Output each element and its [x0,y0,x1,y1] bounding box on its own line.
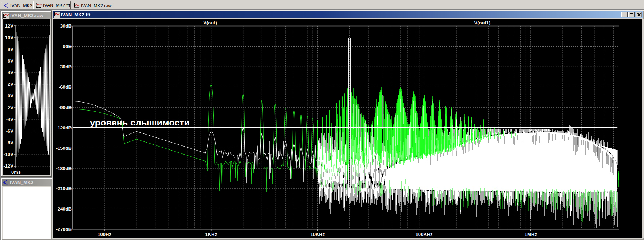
svg-text:-150dB: -150dB [56,145,72,151]
svg-text:V(out1): V(out1) [474,20,491,25]
svg-text:0dB: 0dB [63,44,72,49]
svg-text:6V: 6V [8,58,13,64]
svg-text:-30dB: -30dB [59,64,72,69]
svg-text:-2V: -2V [6,105,14,111]
svg-text:-60dB: -60dB [59,84,72,90]
svg-text:-8V: -8V [6,140,14,145]
svg-text:-270dB: -270dB [56,227,72,232]
svg-text:-210dB: -210dB [56,186,72,191]
svg-text:1KHz: 1KHz [205,232,217,237]
svg-text:8V: 8V [8,47,13,52]
svg-text:-4V: -4V [6,117,14,122]
svg-text:-6V: -6V [6,128,14,134]
svg-text:0V: 0V [8,93,13,99]
svg-text:-180dB: -180dB [56,166,72,171]
svg-text:уровень слышимости: уровень слышимости [90,118,190,127]
svg-text:12V: 12V [5,23,13,29]
svg-text:100Hz: 100Hz [98,232,111,237]
svg-text:30dB: 30dB [60,23,72,29]
svg-text:-120dB: -120dB [56,125,72,131]
svg-text:1MHz: 1MHz [525,232,537,237]
svg-text:100KHz: 100KHz [416,232,433,237]
svg-text:-10V: -10V [4,152,14,157]
svg-text:2V: 2V [8,81,13,87]
svg-text:10V: 10V [5,35,13,40]
svg-text:-90dB: -90dB [59,105,72,110]
svg-text:4V: 4V [8,70,13,75]
svg-text:0ms: 0ms [11,169,21,175]
svg-text:10KHz: 10KHz [311,232,325,237]
svg-text:V(out): V(out) [203,20,217,25]
svg-text:-240dB: -240dB [56,206,72,212]
svg-text:-12V: -12V [4,163,14,169]
